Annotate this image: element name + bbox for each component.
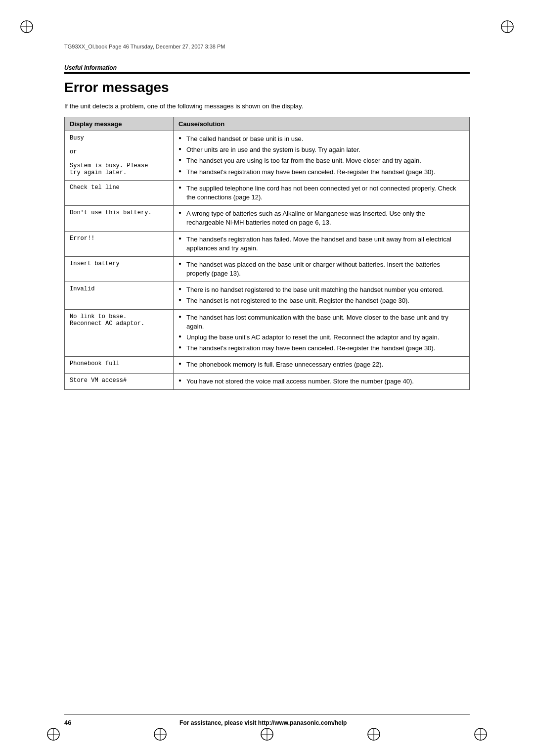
cause-item: The supplied telephone line cord has not… — [178, 184, 464, 202]
meta-line: TG93XX_OI.book Page 46 Thursday, Decembe… — [64, 44, 225, 49]
page-title: Error messages — [64, 80, 470, 95]
main-content: Useful Information Error messages If the… — [64, 64, 470, 756]
cause-solution-cell: The supplied telephone line cord has not… — [174, 180, 470, 205]
cause-solution-cell: The called handset or base unit is in us… — [174, 131, 470, 181]
cause-solution-cell: There is no handset registered to the ba… — [174, 282, 470, 309]
display-message-cell: Invalid — [65, 282, 174, 309]
cause-item: The handset has lost communication with … — [178, 313, 464, 331]
table-header-row: Display message Cause/solution — [65, 117, 470, 131]
cause-item: The handset's registration has failed. M… — [178, 235, 464, 253]
col-cause-header: Cause/solution — [174, 117, 470, 131]
bottom-marks-area — [0, 727, 534, 741]
table-row: InvalidThere is no handset registered to… — [65, 282, 470, 309]
cause-solution-cell: The handset has lost communication with … — [174, 309, 470, 357]
cause-item: The handset's registration may have been… — [178, 344, 464, 353]
cause-solution-cell: The handset was placed on the base unit … — [174, 256, 470, 282]
cause-item: The handset was placed on the base unit … — [178, 260, 464, 278]
cause-item: Unplug the base unit's AC adaptor to res… — [178, 333, 464, 342]
cause-solution-cell: The phonebook memory is full. Erase unne… — [174, 357, 470, 373]
footer-url: For assistance, please visit http://www.… — [71, 719, 455, 726]
cause-item: The handset's registration may have been… — [178, 168, 464, 177]
reg-mark-top-right — [500, 20, 514, 34]
table-row: Don't use this battery.A wrong type of b… — [65, 206, 470, 231]
table-row: No link to base. Reconnect AC adaptor.Th… — [65, 309, 470, 357]
reg-mark-bottom-left — [46, 727, 60, 741]
display-message-cell: Check tel line — [65, 180, 174, 205]
page: TG93XX_OI.book Page 46 Thursday, Decembe… — [0, 0, 534, 756]
display-message-cell: Phonebook full — [65, 357, 174, 373]
display-message-cell: Store VM access# — [65, 373, 174, 389]
page-number: 46 — [64, 719, 71, 726]
reg-mark-bottom-right — [474, 727, 488, 741]
display-message-cell: Don't use this battery. — [65, 206, 174, 231]
table-row: Error!!The handset's registration has fa… — [65, 231, 470, 256]
cause-solution-cell: You have not stored the voice mail acces… — [174, 373, 470, 389]
display-message-cell: Error!! — [65, 231, 174, 256]
col-display-header: Display message — [65, 117, 174, 131]
cause-item: The called handset or base unit is in us… — [178, 135, 464, 143]
reg-mark-bottom-center — [260, 727, 274, 741]
section-divider — [64, 72, 470, 74]
table-row: Check tel lineThe supplied telephone lin… — [65, 180, 470, 205]
file-info-text: TG93XX_OI.book Page 46 Thursday, Decembe… — [64, 44, 225, 49]
table-row: Phonebook fullThe phonebook memory is fu… — [65, 357, 470, 373]
reg-mark-bottom-center-right — [367, 727, 381, 741]
table-row: Store VM access#You have not stored the … — [65, 373, 470, 389]
reg-mark-bottom-center-left — [153, 727, 167, 741]
cause-item: The handset is not registered to the bas… — [178, 296, 464, 305]
page-footer: 46 For assistance, please visit http://w… — [64, 714, 470, 726]
cause-item: The phonebook memory is full. Erase unne… — [178, 360, 464, 369]
reg-mark-top-left — [20, 20, 34, 34]
cause-item: The handset you are using is too far fro… — [178, 156, 464, 165]
intro-text: If the unit detects a problem, one of th… — [64, 102, 470, 110]
table-row: Busy or System is busy. Please try again… — [65, 131, 470, 181]
cause-solution-cell: The handset's registration has failed. M… — [174, 231, 470, 256]
cause-item: There is no handset registered to the ba… — [178, 285, 464, 294]
cause-item: Other units are in use and the system is… — [178, 145, 464, 154]
display-message-cell: Insert battery — [65, 256, 174, 282]
cause-solution-cell: A wrong type of batteries such as Alkali… — [174, 206, 470, 231]
section-header: Useful Information — [64, 64, 470, 71]
display-message-cell: Busy or System is busy. Please try again… — [65, 131, 174, 181]
error-table: Display message Cause/solution Busy or S… — [64, 117, 470, 390]
table-row: Insert batteryThe handset was placed on … — [65, 256, 470, 282]
cause-item: You have not stored the voice mail acces… — [178, 377, 464, 386]
cause-item: A wrong type of batteries such as Alkali… — [178, 209, 464, 227]
display-message-cell: No link to base. Reconnect AC adaptor. — [65, 309, 174, 357]
